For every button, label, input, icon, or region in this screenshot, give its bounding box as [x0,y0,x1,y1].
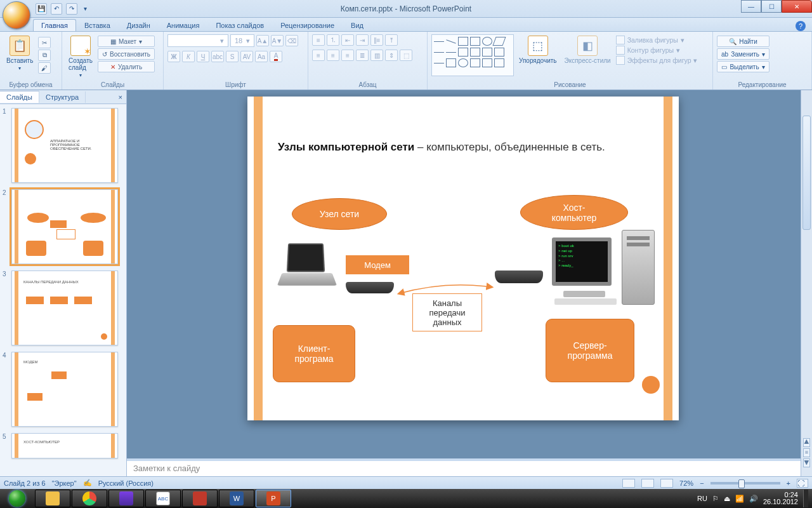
taskbar-word[interactable]: W [219,490,254,507]
taskbar-winrar[interactable] [108,490,144,507]
tab-insert[interactable]: Вставка [76,19,119,31]
maximize-button[interactable]: ☐ [761,0,782,13]
tab-slides[interactable]: Слайды [0,91,39,103]
tray-safe-remove-icon[interactable]: ⏏ [724,495,730,503]
scrollbar-thumb[interactable] [802,116,811,230]
show-desktop-button[interactable] [803,490,808,507]
numbering-button[interactable]: ⒈ [327,34,339,46]
tab-review[interactable]: Рецензирование [272,19,343,31]
shape-node-oval[interactable]: Узел сети [292,198,387,230]
vertical-scrollbar[interactable]: ⯅ ≡ ⯆ [801,90,812,476]
tab-slideshow[interactable]: Показ слайдов [207,19,272,31]
smartart-button[interactable]: ⬚ [400,50,412,61]
bullets-button[interactable]: ≡ [312,34,325,46]
paste-button[interactable]: 📋 Вставить ▾ [4,34,36,72]
view-sorter-button[interactable] [641,479,654,488]
spellcheck-icon[interactable]: ✍ [83,479,92,487]
copy-button[interactable]: ⧉ [38,50,51,61]
shape-server-rrect[interactable]: Сервер- программа [546,319,634,382]
close-button[interactable]: ✕ [782,0,812,13]
shape-effects-button[interactable]: Эффекты для фигур ▾ [616,56,698,65]
slide-nav-button[interactable]: ≡ [803,448,810,457]
view-normal-button[interactable] [622,479,635,488]
tab-design[interactable]: Дизайн [119,19,159,31]
char-spacing-button[interactable]: AV [240,51,253,62]
thumbnail-1[interactable]: 1 АППАРАТНОЕ И ПРОГРАММНОЕ ОБЕСПЕЧЕНИЕ С… [3,108,124,183]
format-painter-button[interactable]: 🖌 [38,62,51,74]
font-size-combo[interactable]: 18▾ [230,34,254,47]
shapes-gallery[interactable] [431,34,514,76]
find-button[interactable]: 🔍Найти [717,36,769,47]
tray-volume-icon[interactable]: 🔊 [749,495,758,503]
select-button[interactable]: ▭Выделить ▾ [717,61,769,72]
tray-network-icon[interactable]: 📶 [735,495,744,503]
tray-clock[interactable]: 0:24 26.10.2012 [763,491,798,505]
qat-redo-icon[interactable]: ↷ [66,3,77,15]
office-button[interactable] [3,1,30,29]
replace-button[interactable]: abЗаменить ▾ [717,48,769,60]
zoom-level[interactable]: 72% [679,479,693,487]
taskbar-chrome[interactable] [72,490,107,507]
taskbar-pdf[interactable] [182,490,218,507]
shape-fill-button[interactable]: Заливка фигуры ▾ [616,36,698,44]
current-slide[interactable]: Узлы компьютерной сети – компьютеры, объ… [247,97,679,420]
change-case-button[interactable]: Aa [255,51,268,62]
shape-outline-button[interactable]: Контур фигуры ▾ [616,46,698,55]
shape-modem-rect[interactable]: Модем [346,255,409,274]
strike-button[interactable]: abc [211,51,224,62]
thumbnail-2[interactable]: 2 [3,189,124,264]
grow-font-button[interactable]: A▲ [256,35,269,46]
italic-button[interactable]: К [182,51,195,62]
close-panel-icon[interactable]: × [115,93,126,101]
shape-host-oval[interactable]: Хост- компьютер [520,195,628,230]
thumbnail-3[interactable]: 3 КАНАЛЫ ПЕРЕДАЧИ ДАННЫХ [3,271,124,345]
font-color-button[interactable]: A [270,51,282,62]
cut-button[interactable]: ✂ [38,37,51,48]
new-slide-button[interactable]: ✶ Создать слайд ▾ [66,34,95,79]
reset-button[interactable]: ↺Восстановить [98,48,155,60]
indent-inc-button[interactable]: ⇥ [356,34,369,46]
align-text-button[interactable]: ⇕ [385,50,398,61]
layout-button[interactable]: ▦Макет ▾ [98,36,155,47]
thumbnail-5[interactable]: 5 ХОСТ-КОМПЬЮТЕР [3,433,124,458]
tray-action-center-icon[interactable]: ⚐ [712,495,719,503]
tab-outline[interactable]: Структура [39,91,86,103]
font-family-combo[interactable]: ▾ [167,34,228,47]
thumbnail-4[interactable]: 4 МОДЕМ [3,352,124,427]
text-direction-button[interactable]: ⤒ [385,34,398,46]
delete-slide-button[interactable]: ✕Удалить [98,61,155,72]
columns-button[interactable]: ▥ [370,50,383,61]
view-slideshow-button[interactable] [660,479,673,488]
tab-home[interactable]: Главная [33,19,76,31]
align-right-button[interactable]: ≡ [341,50,354,61]
fit-to-window-button[interactable]: ⛶ [797,479,808,488]
arrange-button[interactable]: ⬚ Упорядочить [516,34,560,65]
taskbar-explorer[interactable] [35,490,70,507]
status-language[interactable]: Русский (Россия) [98,479,154,487]
bold-button[interactable]: Ж [167,51,180,62]
tab-animation[interactable]: Анимация [159,19,208,31]
prev-slide-button[interactable]: ⯅ [803,438,810,447]
taskbar-powerpoint[interactable]: P [256,490,291,507]
zoom-in-button[interactable]: + [787,479,790,487]
underline-button[interactable]: Ч [197,51,209,62]
justify-button[interactable]: ≣ [356,50,369,61]
qat-undo-icon[interactable]: ↶ [51,3,62,15]
tab-view[interactable]: Вид [343,19,372,31]
shape-client-rrect[interactable]: Клиент- програма [273,325,355,382]
zoom-slider[interactable] [710,482,780,485]
align-left-button[interactable]: ≡ [312,50,325,61]
zoom-out-button[interactable]: − [700,479,704,487]
next-slide-button[interactable]: ⯆ [803,458,810,467]
qat-customize-icon[interactable]: ▾ [81,3,89,15]
tray-language[interactable]: RU [697,495,707,502]
shrink-font-button[interactable]: A▼ [271,35,284,46]
quick-styles-button[interactable]: ◧ Экспресс-стили [562,34,613,65]
qat-save-icon[interactable]: 💾 [36,3,47,15]
notes-pane[interactable]: Заметки к слайду [127,458,801,476]
help-icon[interactable]: ? [796,21,806,31]
indent-dec-button[interactable]: ⇤ [341,34,354,46]
line-spacing-button[interactable]: ‖≡ [370,34,383,46]
start-button[interactable] [0,489,34,508]
shadow-button[interactable]: S [226,51,239,62]
